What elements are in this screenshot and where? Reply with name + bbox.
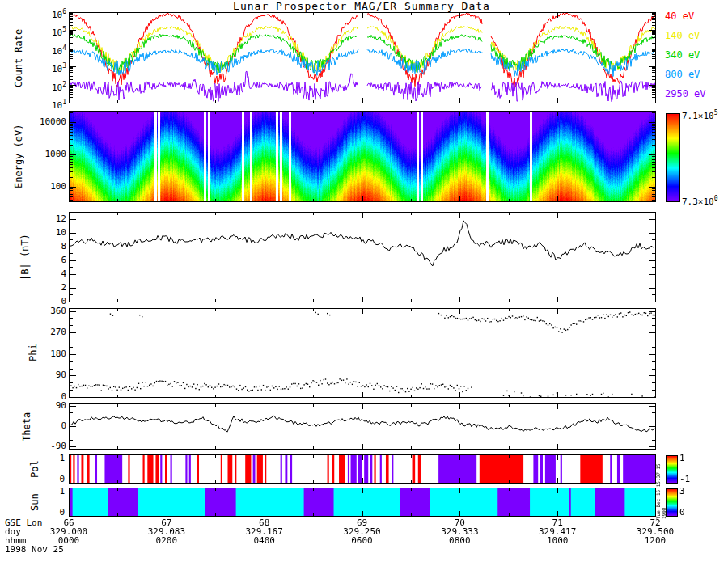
b-magnitude-panel	[69, 212, 656, 302]
cv-b-ytick: 6	[29, 255, 66, 265]
cv-theta-ytick: 0	[29, 420, 66, 431]
count-rate-panel	[69, 12, 656, 103]
count-rate-ytick: 104	[29, 43, 66, 57]
count-rate-ytick: 102	[29, 79, 66, 93]
cv-b-ytick: 12	[29, 213, 66, 224]
sun-colorbar-max: 3	[679, 486, 685, 496]
pol-axis-title: Pol	[29, 454, 40, 484]
count-rate-ytick: 106	[29, 6, 66, 20]
theta-axis-title: Theta	[21, 403, 32, 450]
cv-b-ytick: 10	[29, 227, 66, 238]
count_rate-axis-title: Count Rate	[13, 12, 24, 103]
timestamp-vertical: Tue Dec 15 15:37:15 1998	[655, 451, 667, 519]
energy-ytick: 1000	[29, 149, 66, 159]
energy-ytick: 10000	[29, 116, 66, 127]
spectrogram-axis-title: Energy (eV)	[13, 111, 24, 202]
sun-axis-title: Sun	[29, 488, 40, 517]
bottom-tick-label: 0800	[431, 535, 488, 546]
sun-colorbar-min: 0	[679, 507, 685, 517]
pol-colorbar-min: -1	[679, 474, 690, 484]
legend-entry: 40 eV	[665, 11, 694, 22]
b_field-axis-title: |B| (nT)	[19, 212, 31, 302]
pol-colorbar	[666, 455, 678, 484]
cv-b-ytick: 2	[29, 282, 66, 293]
colorbar-max-label: 7.1×105	[682, 108, 718, 121]
cv-b-ytick: 8	[29, 241, 66, 251]
plot-title: Lunar Prospector MAG/ER Summary Data	[159, 0, 564, 12]
sun-ytick: 1	[50, 486, 65, 496]
sun-ytick: 0	[50, 507, 65, 517]
sun-panel	[69, 488, 656, 517]
colorbar-min-label: 7.3×100	[682, 193, 718, 207]
energy-spectrogram-panel	[69, 111, 656, 202]
pol-ytick: 1	[50, 453, 65, 463]
spectrogram-colorbar	[666, 113, 680, 202]
phi-panel	[69, 308, 656, 398]
plot-root: Lunar Prospector MAG/ER Summary Data Tue…	[0, 0, 728, 566]
bottom-tick-label: 1000	[529, 535, 586, 546]
count-rate-ytick: 103	[29, 61, 66, 74]
phi-axis-title: Phi	[28, 308, 39, 398]
cv-b-ytick: 4	[29, 268, 66, 279]
bottom-tick-label: 0400	[236, 535, 293, 546]
legend-entry: 340 eV	[665, 50, 700, 61]
pol-panel	[69, 454, 656, 484]
bottom-tick-label: 1200	[627, 535, 684, 546]
cv-theta-ytick: -90	[29, 441, 66, 451]
bottom-tick-label: 0600	[334, 535, 391, 546]
theta-panel	[69, 403, 656, 450]
legend-entry: 800 eV	[665, 70, 700, 80]
energy-ytick: 100	[29, 181, 66, 192]
count-rate-ytick: 101	[29, 97, 66, 111]
bottom-tick-label: 0200	[138, 535, 195, 546]
bottom-tick-label: 0000	[40, 535, 97, 546]
pol-ytick: 0	[50, 474, 65, 484]
sun-colorbar	[666, 488, 678, 517]
count-rate-ytick: 105	[29, 24, 66, 38]
pol-colorbar-max: 1	[679, 453, 685, 463]
legend-entry: 140 eV	[665, 31, 700, 41]
legend-entry: 2950 eV	[665, 89, 706, 99]
